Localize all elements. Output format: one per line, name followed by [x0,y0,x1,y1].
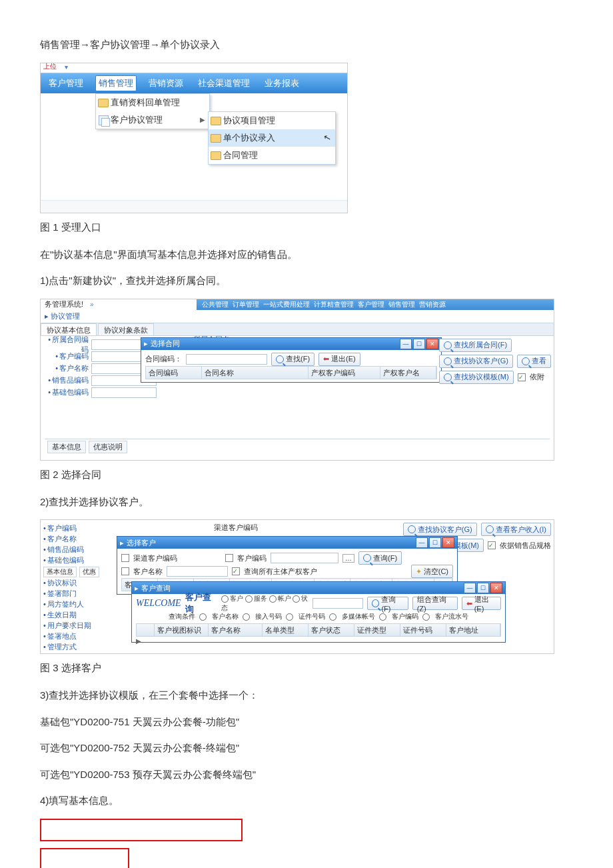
topnav-item[interactable]: 销售管理 [388,300,415,309]
breadcrumb-icon: ▸ [45,312,49,320]
exit-icon: ⬅ [323,355,329,363]
topnav-item[interactable]: 订单管理 [233,300,259,309]
btn-view[interactable]: 查看 [517,355,551,368]
close-button[interactable]: ✕ [426,339,438,349]
max-button[interactable]: ☐ [477,583,489,593]
submenu-item-agreement[interactable]: 客户协议管理 ▶ [96,111,209,129]
small-tab-basic[interactable]: 基本信息 [43,567,77,577]
radio[interactable] [221,595,229,603]
foot-tab-basic[interactable]: 基本信息 [47,441,86,453]
topnav-item[interactable]: 客户管理 [358,300,384,309]
dialog-title: 选择合同 [148,339,398,349]
menu-channel[interactable]: 社会渠道管理 [195,76,253,91]
ellipsis-button[interactable]: … [342,554,354,563]
lbl-custname: 客户名称 [133,567,163,577]
min-button[interactable]: — [400,339,412,349]
radio[interactable] [293,595,300,603]
radio-lbl: 接入号码 [255,612,282,621]
inp-custname[interactable] [167,566,228,577]
search-icon [408,525,416,533]
folder-icon [209,150,223,160]
min-button[interactable]: — [416,537,428,548]
close-button[interactable]: ✕ [490,583,502,593]
menu-marketing[interactable]: 营销资源 [146,76,186,91]
chk-attach[interactable] [518,373,526,381]
topnav-item[interactable]: 计算精查管理 [314,300,354,309]
menu-report[interactable]: 业务报表 [262,76,302,91]
topnav-item[interactable]: 一站式费用处理 [263,300,310,309]
chk3[interactable] [488,541,496,549]
inp-custcode[interactable] [271,553,338,563]
radio[interactable] [269,595,277,603]
inp-base-code[interactable] [91,387,157,398]
para-step4: 4)填写基本信息。 [40,792,573,809]
topnav-item[interactable]: 营销资源 [419,300,446,309]
chk-all-owner[interactable] [232,567,240,575]
col: 产权客户编码 [308,367,380,379]
right-buttons: 查找所属合同(F) 查找协议客户(G) 查看 查找协议模板(M) 依附 [439,339,551,384]
dlg1-title: 选择客户 [124,538,414,548]
dlg-exit-button[interactable]: ⬅退出(E) [318,353,360,366]
dlg2-adv[interactable]: 组合查询(Z) [412,597,458,610]
screenshot-menu: 上位 ▾ 客户管理 销售管理 营销资源 社会渠道管理 业务报表 直销资料回单管理… [40,63,348,213]
max-button[interactable]: ☐ [429,537,441,548]
foot-tab-discount[interactable]: 优惠说明 [89,441,127,453]
radio[interactable] [245,595,253,603]
submenu2-item-contract[interactable]: 合同管理 [209,147,335,164]
radio[interactable] [379,613,386,621]
chk-custname[interactable] [121,567,129,575]
btn3-view-income[interactable]: 查看客户收入(I) [481,523,551,536]
dlg-inp-code[interactable] [186,354,267,365]
radio[interactable] [286,613,293,621]
ll-req-date: 用户要求日期 [43,620,115,631]
dlg1-clear-button[interactable]: ✦清空(C) [411,565,453,578]
dlg1-find-button[interactable]: 查询(F) [358,551,402,565]
max-button[interactable]: ☐ [413,339,425,349]
top-nav: 公共管理 订单管理 一站式费用处理 计算精查管理 客户管理 销售管理 营销资源 [197,299,554,310]
para-step1: 1)点击"新建协议"，查找并选择所属合同。 [40,272,573,289]
submenu2-label: 单个协议录入 [223,132,275,144]
submenu2-label: 协议项目管理 [223,115,275,127]
chk-channel[interactable] [121,554,129,562]
min-button[interactable]: — [464,583,476,593]
btn-find-template[interactable]: 查找协议模板(M) [439,371,514,384]
dlg-lbl-code: 合同编码： [145,354,182,364]
col: 合同编码 [146,367,202,379]
btn-find-customer[interactable]: 查找协议客户(G) [439,355,513,368]
dlg2-find[interactable]: 查询(F) [367,597,408,610]
sys-title: 务管理系统! [41,299,87,309]
menu-sales[interactable]: 销售管理 [95,75,137,91]
radio-lbl: 服务 [254,595,267,602]
red-highlight-box-1 [40,819,243,841]
tab-terms[interactable]: 协议对象条款 [98,323,154,335]
search-icon [372,599,379,607]
ll-base-code: 基础包编码 [43,555,115,565]
red-highlight-box-2 [40,848,129,869]
radio[interactable] [199,613,207,621]
small-tab-disc[interactable]: 优惠 [79,567,99,577]
btn3-find-customer[interactable]: 查找协议客户(G) [403,523,477,536]
para-step2: 2)查找并选择协议客户。 [40,493,573,511]
radio[interactable] [422,613,430,621]
tab-basic[interactable]: 协议基本信息 [41,323,97,335]
radio[interactable] [243,613,250,621]
submenu2-item-project[interactable]: 协议项目管理 [209,112,335,129]
dlg2-inp[interactable] [312,598,363,609]
nav-path-text: 销售管理→客户协议管理→单个协议录入 [40,36,573,53]
submenu2-item-single[interactable]: 单个协议录入 ↖ [209,129,335,147]
chevron-right-icon: ▶ [200,116,205,123]
topnav-item[interactable]: 公共管理 [202,300,229,309]
dlg2-exit[interactable]: ⬅退出(E) [462,597,501,610]
close-button[interactable]: ✕ [442,537,454,548]
ll-cust-name: 客户名称 [43,533,115,544]
dlg-table-header: 合同编码 合同名称 产权客户编码 产权客户名 [145,366,437,379]
radio-lbl: 多媒体帐号 [342,612,375,621]
btn-find-contract[interactable]: 查找所属合同(F) [439,339,512,352]
chk-custcode[interactable] [225,554,233,562]
dlg-find-button[interactable]: 查找(F) [271,353,314,366]
top-red-text: 上位 [43,62,57,71]
menu-customer[interactable]: 客户管理 [46,76,86,91]
submenu-item-direct[interactable]: 直销资料回单管理 [96,94,209,111]
radio[interactable] [329,613,336,621]
para-step3: 3)查找并选择协议模版，在三个套餐中选择一个： [40,687,573,704]
